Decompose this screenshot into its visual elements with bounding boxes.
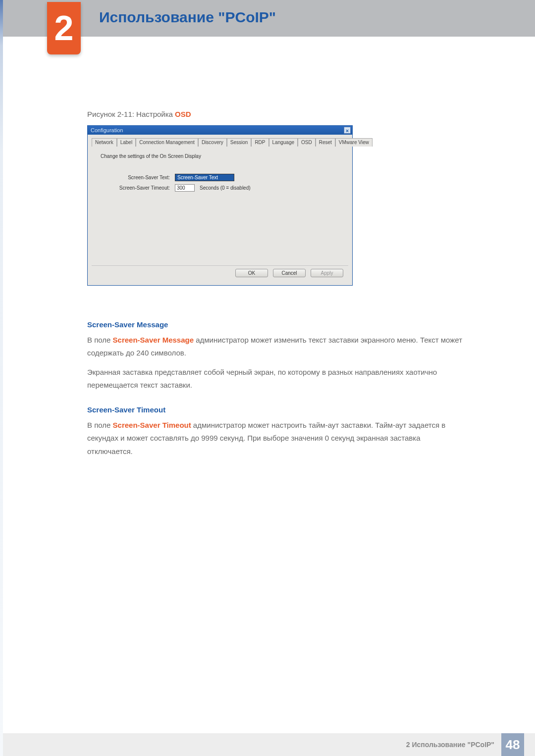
configuration-dialog: Configuration × Network Label Connection… xyxy=(87,125,353,286)
apply-button[interactable]: Apply xyxy=(311,269,343,277)
inline-bold: Screen-Saver Message xyxy=(113,336,194,344)
paragraph: В поле Screen-Saver Timeout администрато… xyxy=(87,419,464,458)
paragraph: Экранная заставка представляет собой чер… xyxy=(87,366,464,392)
para-text: В поле xyxy=(87,336,113,344)
page-footer: 2 Использование "PCoIP" 48 xyxy=(3,733,535,756)
figure-caption-text: Рисунок 2-11: Настройка xyxy=(87,110,175,118)
timeout-hint: Seconds (0 = disabled) xyxy=(200,185,251,191)
screen-saver-timeout-label: Screen-Saver Timeout: xyxy=(101,185,175,191)
screen-saver-timeout-input[interactable]: 300 xyxy=(175,184,195,192)
chapter-badge: 2 xyxy=(47,2,81,54)
close-icon[interactable]: × xyxy=(344,127,351,134)
screen-saver-text-label: Screen-Saver Text: xyxy=(101,175,175,180)
para-text: В поле xyxy=(87,421,113,429)
tab-discovery[interactable]: Discovery xyxy=(198,138,227,147)
tabset: Network Label Connection Management Disc… xyxy=(92,138,348,147)
tab-description: Change the settings of the On Screen Dis… xyxy=(101,153,339,159)
section-head-timeout: Screen-Saver Timeout xyxy=(87,405,464,414)
left-accent-stripe xyxy=(0,0,3,756)
screen-saver-text-input[interactable]: Screen-Saver Text xyxy=(175,174,234,181)
tab-network[interactable]: Network xyxy=(92,138,117,147)
cancel-button[interactable]: Cancel xyxy=(273,269,306,277)
paragraph: В поле Screen-Saver Message администрато… xyxy=(87,334,464,360)
page-title: Использование "PCoIP" xyxy=(99,9,276,26)
figure-caption: Рисунок 2-11: Настройка OSD xyxy=(87,110,464,118)
tab-reset[interactable]: Reset xyxy=(316,138,335,147)
dialog-footer: OK Cancel Apply xyxy=(92,265,348,281)
inline-bold: Screen-Saver Timeout xyxy=(113,421,191,429)
page-number: 48 xyxy=(501,733,524,756)
tab-osd[interactable]: OSD xyxy=(298,138,316,147)
tab-session[interactable]: Session xyxy=(227,138,252,147)
figure-caption-bold: OSD xyxy=(175,110,191,118)
dialog-title: Configuration xyxy=(91,127,123,133)
dialog-titlebar: Configuration × xyxy=(88,126,352,135)
ok-button[interactable]: OK xyxy=(235,269,268,277)
tab-label[interactable]: Label xyxy=(117,138,136,147)
tab-vmware-view[interactable]: VMware View xyxy=(335,138,373,147)
section-head-message: Screen-Saver Message xyxy=(87,320,464,329)
form-row-text: Screen-Saver Text: Screen-Saver Text xyxy=(101,174,339,181)
tab-connection-management[interactable]: Connection Management xyxy=(136,138,198,147)
tab-language[interactable]: Language xyxy=(269,138,298,147)
tab-rdp[interactable]: RDP xyxy=(251,138,268,147)
form-row-timeout: Screen-Saver Timeout: 300 Seconds (0 = d… xyxy=(101,184,339,192)
footer-text: 2 Использование "PCoIP" xyxy=(406,741,494,749)
